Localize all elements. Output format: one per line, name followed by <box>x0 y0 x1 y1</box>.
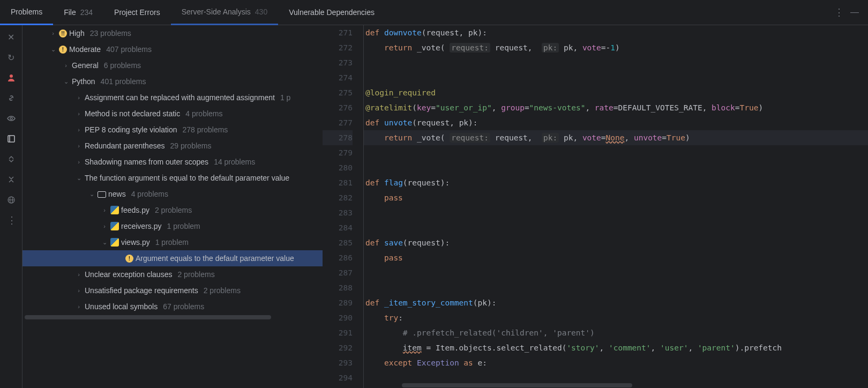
tab-count: 234 <box>80 8 93 17</box>
book-icon[interactable] <box>6 133 17 144</box>
line-number: 279 <box>323 145 353 160</box>
line-number: 293 <box>323 355 353 370</box>
tab-label: File <box>64 8 76 17</box>
tree-inspection[interactable]: › Unsatisfied package requirements2 prob… <box>23 282 323 299</box>
code-line: except Exception as e: <box>363 355 868 370</box>
code-line: pass <box>363 250 868 265</box>
line-number: 271 <box>323 25 353 40</box>
line-number: 284 <box>323 220 353 235</box>
code-line: @login_required <box>363 85 868 100</box>
code-line: def unvote(request, pk): <box>363 115 868 130</box>
chevron-right-icon[interactable]: › <box>75 126 83 133</box>
editor-scrollbar-horizontal[interactable] <box>364 383 859 388</box>
tree-inspection[interactable]: › Assignment can be replaced with augmen… <box>23 89 323 106</box>
tree-inspection[interactable]: › Unused local symbols67 problems <box>23 299 323 315</box>
link-icon[interactable] <box>6 93 17 103</box>
eye-icon[interactable] <box>6 113 17 124</box>
scrollbar-horizontal[interactable] <box>23 315 323 320</box>
globe-icon[interactable] <box>6 195 17 205</box>
chevron-right-icon[interactable]: › <box>75 110 83 117</box>
code-line: def downvote(request, pk): <box>363 25 868 40</box>
tree-python[interactable]: ⌄ Python401 problems <box>23 73 323 89</box>
line-number: 288 <box>323 280 353 295</box>
python-file-icon <box>110 238 119 247</box>
tree-high[interactable]: ›!! High23 problems <box>23 25 323 41</box>
tree-file-feeds[interactable]: › feeds.py2 problems <box>23 202 323 218</box>
chevron-right-icon[interactable]: › <box>49 30 57 36</box>
line-number: 283 <box>323 205 353 220</box>
chevron-down-icon[interactable]: ⌄ <box>49 46 57 53</box>
code-line: pass <box>363 190 868 205</box>
tab-bar: Problems File 234 Project Errors Server-… <box>0 0 868 25</box>
refresh-icon[interactable]: ↻ <box>6 52 17 63</box>
tab-server-side[interactable]: Server-Side Analysis 430 <box>171 0 279 25</box>
line-number: 282 <box>323 190 353 205</box>
code-line: def flag(request): <box>363 175 868 190</box>
tree-file-receivers[interactable]: › receivers.py1 problem <box>23 218 323 234</box>
code-line: # .prefetch_related('children', 'parent'… <box>363 325 868 340</box>
chevron-right-icon[interactable]: › <box>75 287 83 294</box>
tab-project-errors[interactable]: Project Errors <box>103 0 171 25</box>
code-line <box>363 280 868 295</box>
line-number: 275 <box>323 85 353 100</box>
tree-general[interactable]: › General6 problems <box>23 57 323 73</box>
python-file-icon <box>110 206 119 214</box>
line-number: 274 <box>323 70 353 85</box>
left-toolbar: ✕ ↻ ⋮ <box>0 25 23 388</box>
chevron-right-icon[interactable]: › <box>101 207 108 213</box>
user-icon[interactable] <box>6 72 17 83</box>
tree-moderate[interactable]: ⌄! Moderate407 problems <box>23 41 323 57</box>
code-area[interactable]: def downvote(request, pk): return _vote(… <box>363 25 868 388</box>
svg-rect-2 <box>8 136 14 142</box>
chevron-down-icon[interactable]: ⌄ <box>88 191 95 198</box>
tree-inspection[interactable]: › Redundant parentheses29 problems <box>23 138 323 154</box>
tab-file[interactable]: File 234 <box>53 0 103 25</box>
tab-count: 430 <box>255 8 267 16</box>
code-line: def _item_story_comment(pk): <box>363 295 868 310</box>
line-number: 292 <box>323 340 353 355</box>
tab-problems[interactable]: Problems <box>0 0 53 25</box>
tree-inspection[interactable]: ⌄ The function argument is equal to the … <box>23 170 323 186</box>
collapse-all-icon[interactable] <box>6 174 17 185</box>
code-line <box>363 55 868 70</box>
code-line: return _vote( request: request, pk: pk, … <box>363 130 868 145</box>
chevron-right-icon[interactable]: › <box>75 143 83 149</box>
tab-vulnerable-deps[interactable]: Vulnerable Dependencies <box>278 0 385 25</box>
tab-label: Vulnerable Dependencies <box>289 8 375 17</box>
tree-folder-news[interactable]: ⌄ news4 problems <box>23 186 323 202</box>
tree-inspection[interactable]: › Method is not declared static4 problem… <box>23 106 323 122</box>
chevron-right-icon[interactable]: › <box>75 159 83 165</box>
minimize-icon[interactable]: — <box>849 6 860 18</box>
tree-file-views[interactable]: ⌄ views.py1 problem <box>23 234 323 250</box>
chevron-down-icon[interactable]: ⌄ <box>75 175 83 182</box>
tree-inspection[interactable]: › PEP 8 coding style violation278 proble… <box>23 122 323 138</box>
tree-inspection[interactable]: › Shadowing names from outer scopes14 pr… <box>23 154 323 170</box>
severity-icon: !! <box>59 29 67 38</box>
chevron-right-icon[interactable]: › <box>75 303 83 310</box>
more-icon[interactable]: ⋮ <box>833 6 844 18</box>
chevron-right-icon[interactable]: › <box>62 62 70 69</box>
code-line <box>363 205 868 220</box>
more-vert-icon[interactable]: ⋮ <box>6 215 17 226</box>
python-file-icon <box>110 222 119 230</box>
close-icon[interactable]: ✕ <box>6 32 17 42</box>
code-line <box>363 70 868 85</box>
chevron-down-icon[interactable]: ⌄ <box>62 78 70 85</box>
expand-all-icon[interactable] <box>6 154 17 165</box>
code-line <box>363 265 868 280</box>
tab-label: Server-Side Analysis <box>182 8 251 16</box>
line-number: 294 <box>323 370 353 385</box>
code-line <box>363 145 868 160</box>
line-number: 276 <box>323 100 353 115</box>
tree-issue-selected[interactable]: ! Argument equals to the default paramet… <box>23 250 323 266</box>
chevron-down-icon[interactable]: ⌄ <box>101 239 108 246</box>
warning-icon: ! <box>125 255 133 263</box>
line-number: 287 <box>323 265 353 280</box>
code-line: try: <box>363 310 868 325</box>
chevron-right-icon[interactable]: › <box>75 271 83 278</box>
chevron-right-icon[interactable]: › <box>101 223 108 229</box>
line-number: 277 <box>323 115 353 130</box>
code-line <box>363 220 868 235</box>
tree-inspection[interactable]: › Unclear exception clauses2 problems <box>23 266 323 282</box>
chevron-right-icon[interactable]: › <box>75 94 83 101</box>
